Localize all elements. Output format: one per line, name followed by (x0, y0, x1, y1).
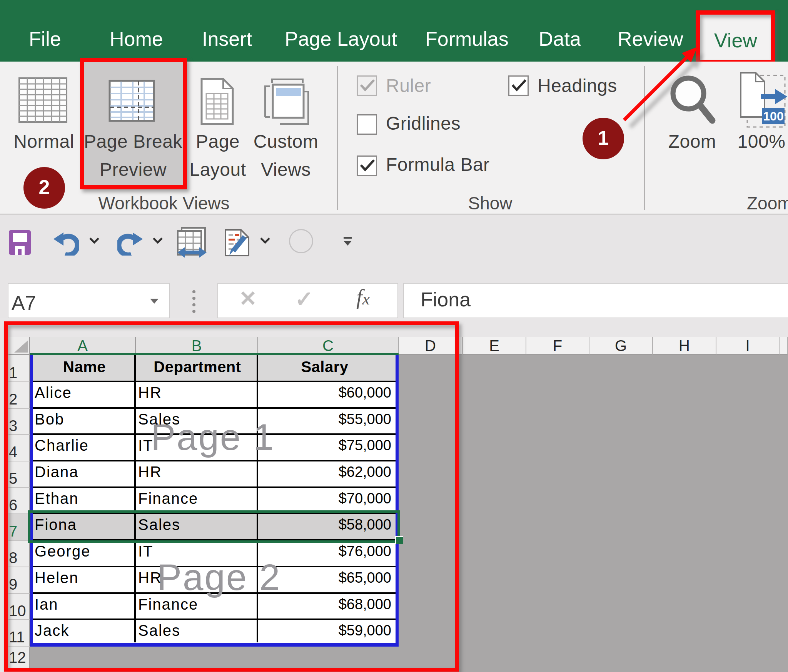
svg-text:100: 100 (763, 109, 783, 123)
